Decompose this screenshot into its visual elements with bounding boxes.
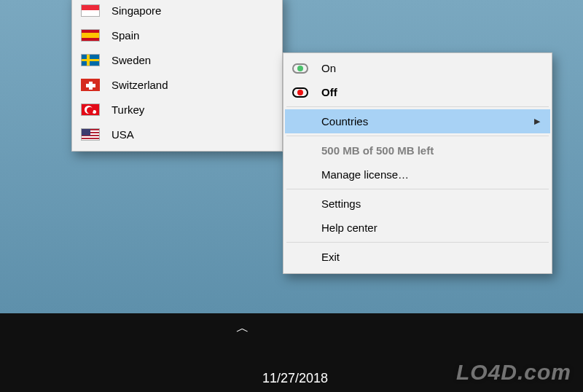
country-label: Singapore (111, 4, 270, 17)
menu-separator (286, 189, 549, 189)
menu-separator (286, 242, 549, 243)
help-center-label: Help center (321, 222, 540, 234)
exit-label: Exit (321, 251, 540, 263)
flag-switzerland-icon (81, 79, 111, 91)
manage-license-item[interactable]: Manage license… (285, 162, 550, 187)
country-label: Sweden (111, 54, 270, 66)
eye-off-icon (292, 87, 321, 98)
country-item[interactable]: Sweden (74, 47, 281, 72)
quota-label: 500 MB of 500 MB left (321, 144, 540, 157)
vpn-off-label: Off (321, 86, 540, 98)
menu-separator (286, 136, 549, 136)
manage-license-label: Manage license… (321, 168, 540, 181)
country-item[interactable]: USA (74, 122, 281, 146)
flag-singapore-icon (81, 4, 111, 17)
tray-chevron-up-icon[interactable]: ︿ (236, 319, 249, 337)
flag-sweden-icon (81, 54, 111, 66)
eye-on-icon (292, 63, 321, 74)
country-label: Spain (111, 29, 270, 42)
country-item[interactable]: Spain (74, 23, 281, 47)
quota-item: 500 MB of 500 MB left (285, 138, 550, 162)
country-label: USA (111, 128, 270, 141)
countries-submenu: Singapore Spain Sweden Switzerland Turke… (71, 0, 283, 152)
flag-turkey-icon (81, 103, 111, 116)
exit-item[interactable]: Exit (285, 245, 550, 269)
settings-label: Settings (321, 197, 540, 210)
vpn-on-label: On (321, 62, 540, 74)
country-item[interactable]: Switzerland (74, 72, 281, 97)
flag-usa-icon (81, 128, 111, 141)
countries-item[interactable]: Countries ▶ (285, 109, 550, 133)
tray-menu: On Off Countries ▶ 500 MB of 500 MB left… (283, 52, 552, 274)
vpn-off-item[interactable]: Off (285, 80, 550, 104)
taskbar-date[interactable]: 11/27/2018 (262, 371, 328, 386)
country-label: Turkey (111, 103, 270, 116)
country-item[interactable]: Turkey (74, 97, 281, 122)
country-item[interactable]: Singapore (74, 0, 281, 23)
country-label: Switzerland (111, 79, 270, 91)
flag-spain-icon (81, 29, 111, 42)
help-center-item[interactable]: Help center (285, 216, 550, 240)
vpn-on-item[interactable]: On (285, 56, 550, 80)
chevron-right-icon: ▶ (534, 117, 540, 126)
menu-separator (286, 106, 549, 107)
countries-label: Countries (321, 115, 534, 128)
settings-item[interactable]: Settings (285, 192, 550, 216)
